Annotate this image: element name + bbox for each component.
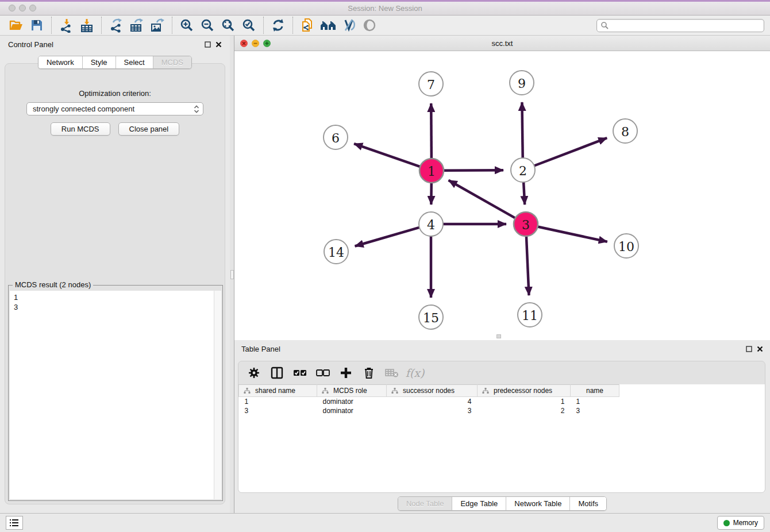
canvas-resize-handle[interactable] [496, 334, 501, 338]
select-all-button[interactable] [291, 364, 309, 381]
tab-network-table[interactable]: Network Table [506, 497, 570, 510]
column-label: predecessor nodes [494, 387, 552, 395]
zoom-out-button[interactable] [197, 17, 218, 34]
optimization-criterion-label: Optimization criterion: [5, 89, 225, 98]
import-table-icon [79, 18, 94, 33]
home-button[interactable] [318, 17, 338, 34]
splitter-handle[interactable] [230, 270, 234, 279]
control-panel: Control Panel Network Style Select MCDS … [0, 36, 230, 513]
delete-table-icon [384, 367, 399, 379]
close-panel-icon[interactable] [215, 41, 222, 48]
edge-1-2[interactable] [444, 170, 503, 171]
export-table-icon [129, 18, 144, 33]
show-columns-button[interactable] [268, 364, 286, 381]
export-table-button[interactable] [126, 17, 147, 34]
tab-select[interactable]: Select [116, 56, 153, 68]
visibility-button[interactable] [359, 17, 380, 34]
deselect-all-button[interactable] [314, 364, 332, 381]
memory-button[interactable]: Memory [717, 516, 764, 530]
column-label: MCDS role [333, 387, 367, 395]
edge-2-9[interactable] [522, 102, 522, 158]
edge-1-6[interactable] [354, 144, 420, 167]
table-row[interactable]: 1dominator411 [239, 397, 619, 406]
optimization-criterion-select[interactable]: strongly connected component [26, 102, 203, 115]
table-cell[interactable]: dominator [317, 406, 387, 415]
table-row[interactable]: 3dominator323 [239, 406, 619, 415]
export-network-button[interactable] [106, 17, 126, 34]
tab-edge-table[interactable]: Edge Table [452, 497, 506, 510]
style-toggle-button[interactable] [338, 17, 359, 34]
edge-2-3[interactable] [523, 182, 525, 205]
delete-column-button[interactable] [360, 364, 378, 381]
node-label-14: 14 [328, 245, 344, 260]
memory-label: Memory [733, 519, 758, 527]
table-cell[interactable]: 3 [387, 406, 478, 415]
import-table-button[interactable] [76, 17, 97, 34]
close-panel-button[interactable]: Close panel [118, 122, 180, 136]
column-header-shared-name[interactable]: shared name [239, 385, 317, 397]
tab-mcds[interactable]: MCDS [153, 56, 191, 68]
network-canvas[interactable]: 7968124314101511 [234, 51, 770, 340]
apply-layout-button[interactable] [268, 17, 288, 34]
fx-icon: f(x) [406, 367, 425, 379]
table-cell[interactable]: 1 [478, 397, 571, 406]
table-settings-button[interactable] [245, 364, 263, 381]
node-label-3: 3 [522, 218, 530, 232]
run-mcds-button[interactable]: Run MCDS [51, 122, 110, 136]
panel-splitter[interactable] [230, 36, 234, 513]
zoom-fit-button[interactable] [218, 17, 238, 34]
export-image-button[interactable] [147, 17, 168, 34]
column-header-predecessor-nodes[interactable]: predecessor nodes [478, 385, 571, 397]
network-window-titlebar[interactable]: scc.txt [234, 36, 770, 51]
table-cell[interactable]: 3 [239, 406, 317, 415]
result-scrollbar[interactable] [214, 291, 221, 499]
add-column-button[interactable] [337, 364, 355, 381]
edge-3-10[interactable] [538, 226, 607, 241]
tab-motifs[interactable]: Motifs [570, 497, 606, 510]
clone-network-icon [300, 18, 315, 33]
column-label: successor nodes [403, 387, 455, 395]
float-panel-icon[interactable] [205, 41, 211, 48]
app-titlebar: Session: New Session [0, 0, 770, 16]
table-panel: Table Panel [234, 340, 770, 513]
clone-network-button[interactable] [297, 17, 318, 34]
search-field[interactable] [596, 19, 764, 32]
edge-3-1[interactable] [449, 180, 515, 218]
zoom-in-button[interactable] [176, 17, 197, 34]
edge-3-11[interactable] [526, 236, 529, 295]
zoom-selected-button[interactable] [238, 17, 259, 34]
delete-table-button[interactable] [383, 364, 401, 381]
save-session-button[interactable] [26, 17, 47, 34]
table-panel-title: Table Panel [241, 345, 746, 353]
close-table-panel-icon[interactable] [757, 346, 763, 352]
network-graph[interactable]: 7968124314101511 [234, 51, 770, 340]
column-header-name[interactable]: name [571, 385, 619, 397]
function-builder-button[interactable]: f(x) [406, 364, 424, 381]
column-header-successor-nodes[interactable]: successor nodes [387, 385, 478, 397]
tab-style[interactable]: Style [83, 56, 116, 68]
columns-icon [270, 366, 284, 380]
column-header-MCDS-role[interactable]: MCDS role [317, 385, 387, 397]
table-cell[interactable]: 1 [571, 397, 619, 406]
table-cell[interactable]: dominator [317, 397, 387, 406]
edge-1-7[interactable] [431, 103, 432, 159]
table-cell[interactable]: 3 [571, 406, 619, 415]
export-image-icon [150, 18, 165, 33]
edge-4-14[interactable] [355, 228, 419, 246]
table-cell[interactable]: 2 [478, 406, 571, 415]
float-table-panel-icon[interactable] [746, 346, 752, 352]
table-cell[interactable]: 4 [387, 397, 478, 406]
mcds-result-textarea[interactable]: 1 3 [10, 291, 214, 499]
edge-2-8[interactable] [534, 138, 607, 165]
open-session-button[interactable] [6, 17, 26, 34]
apply-layout-icon [271, 18, 286, 33]
node-table[interactable]: shared nameMCDS rolesuccessor nodesprede… [238, 384, 765, 492]
toolbar-separator [51, 17, 52, 34]
tab-network[interactable]: Network [38, 56, 83, 68]
task-history-button[interactable] [6, 516, 23, 530]
search-input[interactable] [609, 21, 760, 29]
import-network-button[interactable] [56, 17, 76, 34]
node-label-10: 10 [618, 240, 634, 254]
table-cell[interactable]: 1 [239, 397, 317, 406]
tab-node-table[interactable]: Node Table [398, 497, 453, 510]
